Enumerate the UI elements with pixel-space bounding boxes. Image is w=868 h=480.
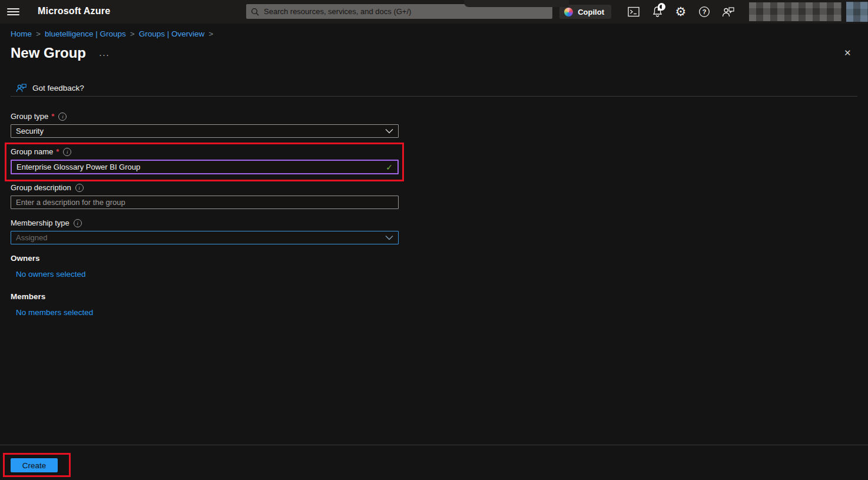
group-name-field: Group name * i ✓ [11, 147, 399, 174]
chevron-down-icon [385, 128, 393, 134]
info-icon[interactable]: i [75, 184, 84, 192]
breadcrumb-separator: > [130, 29, 135, 38]
valid-check-icon: ✓ [386, 163, 393, 172]
got-feedback-button[interactable]: Got feedback? [16, 83, 84, 93]
group-name-label: Group name [11, 147, 53, 156]
membership-type-dropdown[interactable]: Assigned [11, 231, 399, 244]
group-description-field: Group description i [11, 183, 399, 209]
copilot-icon [564, 8, 573, 16]
group-type-dropdown[interactable]: Security [11, 124, 399, 138]
members-link[interactable]: No members selected [16, 308, 93, 317]
breadcrumb-separator: > [208, 29, 213, 38]
membership-type-field: Membership type i Assigned [11, 219, 399, 244]
cloud-shell-button[interactable] [622, 0, 645, 24]
azure-brand-title[interactable]: Microsoft Azure [38, 6, 110, 16]
more-options-icon[interactable]: ··· [99, 49, 110, 59]
info-icon[interactable]: i [74, 219, 82, 227]
person-feedback-icon [722, 6, 734, 18]
redacted-account-info[interactable] [749, 2, 842, 21]
group-name-input[interactable] [16, 163, 386, 171]
members-label: Members [11, 292, 45, 301]
page-title: New Group [11, 45, 86, 61]
gear-icon: ⚙ [675, 6, 687, 18]
breadcrumb-groups-overview[interactable]: Groups | Overview [139, 29, 205, 38]
create-button[interactable]: Create [11, 458, 58, 472]
breadcrumb-tenant-groups[interactable]: bluetelligence | Groups [45, 29, 126, 38]
close-icon[interactable]: ✕ [844, 48, 852, 58]
info-icon[interactable]: i [63, 148, 71, 156]
top-bar: Microsoft Azure Copilot [0, 0, 868, 24]
owners-link[interactable]: No owners selected [16, 270, 86, 279]
breadcrumb: Home > bluetelligence | Groups > Groups … [11, 29, 213, 38]
search-input[interactable] [264, 7, 548, 16]
got-feedback-label: Got feedback? [32, 84, 84, 92]
svg-text:?: ? [703, 8, 707, 15]
group-type-value: Security [16, 127, 385, 135]
overlay-artifact [464, 0, 569, 7]
owners-label: Owners [11, 254, 40, 263]
feedback-person-icon [16, 83, 26, 93]
chevron-down-icon [385, 235, 393, 240]
help-icon: ? [698, 6, 710, 18]
hamburger-menu-icon[interactable] [7, 6, 19, 16]
redacted-avatar[interactable] [846, 2, 868, 22]
notification-badge [658, 3, 665, 11]
notifications-button[interactable] [645, 0, 669, 24]
search-icon [251, 8, 259, 16]
membership-type-value: Assigned [16, 233, 385, 242]
required-asterisk: * [56, 147, 59, 156]
help-button[interactable]: ? [693, 0, 716, 24]
group-type-field: Group type * i Security [11, 112, 399, 138]
group-type-label: Group type [11, 112, 48, 121]
header-divider [11, 96, 857, 97]
breadcrumb-home[interactable]: Home [11, 29, 32, 38]
footer-divider [0, 445, 868, 445]
group-description-label: Group description [11, 183, 71, 192]
info-icon[interactable]: i [58, 112, 67, 121]
cloud-shell-icon [628, 6, 640, 17]
breadcrumb-separator: > [36, 29, 41, 38]
group-description-input[interactable] [16, 198, 393, 207]
settings-button[interactable]: ⚙ [669, 0, 693, 24]
feedback-button[interactable] [716, 0, 740, 24]
required-asterisk: * [51, 112, 54, 121]
membership-type-label: Membership type [11, 219, 69, 227]
